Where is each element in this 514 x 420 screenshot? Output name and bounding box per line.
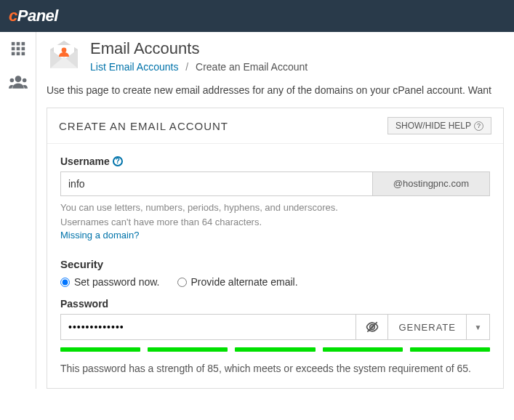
strength-segment: [60, 347, 140, 352]
strength-segment: [323, 347, 403, 352]
svg-rect-7: [16, 52, 20, 56]
breadcrumb-separator: /: [185, 61, 188, 73]
svg-point-10: [9, 78, 14, 83]
username-help-icon[interactable]: ?: [113, 156, 123, 166]
svg-point-16: [62, 48, 67, 53]
password-strength-text: This password has a strength of 85, whic…: [60, 362, 490, 376]
page-title: Email Accounts: [90, 39, 308, 58]
caret-down-icon: ▼: [475, 323, 482, 331]
strength-segment: [235, 347, 315, 352]
email-envelope-icon: [47, 39, 81, 74]
radio-set-password-now[interactable]: Set password now.: [60, 276, 160, 288]
left-sidebar: [0, 32, 36, 389]
password-input[interactable]: [60, 314, 356, 340]
breadcrumb-current: Create an Email Account: [196, 61, 308, 73]
svg-point-9: [15, 76, 21, 82]
missing-domain-link[interactable]: Missing a domain?: [60, 230, 139, 241]
breadcrumb-link-list[interactable]: List Email Accounts: [90, 61, 178, 73]
svg-rect-4: [16, 47, 20, 51]
username-hint-2: Usernames can't have more than 64 charac…: [60, 215, 490, 230]
password-label: Password: [60, 298, 108, 310]
eye-slash-icon: [365, 320, 380, 334]
strength-segment: [148, 347, 228, 352]
radio-alternate-email[interactable]: Provide alternate email.: [177, 276, 298, 288]
generate-password-button[interactable]: GENERATE: [388, 314, 467, 340]
username-label: Username ?: [60, 156, 123, 167]
users-icon[interactable]: [9, 74, 28, 94]
toggle-password-visibility-button[interactable]: [356, 314, 388, 340]
svg-rect-2: [21, 42, 25, 46]
main-content: Email Accounts List Email Accounts / Cre…: [36, 32, 514, 389]
domain-addon[interactable]: @hostingpnc.com: [373, 171, 490, 196]
username-hint-1: You can use letters, numbers, periods, h…: [60, 201, 490, 215]
radio-alternate-input[interactable]: [177, 278, 187, 287]
username-input[interactable]: [60, 171, 373, 196]
apps-grid-icon[interactable]: [10, 41, 26, 61]
show-hide-help-button[interactable]: SHOW/HIDE HELP ?: [387, 117, 491, 134]
svg-rect-3: [11, 47, 15, 51]
svg-rect-1: [16, 42, 20, 46]
page-intro-text: Use this page to create new email addres…: [36, 74, 514, 108]
svg-rect-8: [21, 52, 25, 56]
strength-segment: [410, 347, 490, 352]
breadcrumb: List Email Accounts / Create an Email Ac…: [90, 61, 308, 73]
svg-rect-6: [11, 52, 15, 56]
top-bar: cPanel: [0, 0, 514, 32]
svg-rect-5: [21, 47, 25, 51]
password-strength-meter: [60, 347, 490, 352]
svg-point-11: [22, 78, 26, 83]
cpanel-logo: cPanel: [9, 7, 58, 25]
security-heading: Security: [60, 258, 490, 270]
create-account-panel: Create an Email Account SHOW/HIDE HELP ?…: [47, 108, 504, 389]
radio-set-password-input[interactable]: [60, 278, 70, 287]
svg-rect-0: [11, 42, 15, 46]
panel-title: Create an Email Account: [59, 120, 228, 132]
help-question-icon: ?: [474, 121, 483, 131]
generate-dropdown-button[interactable]: ▼: [467, 314, 490, 340]
